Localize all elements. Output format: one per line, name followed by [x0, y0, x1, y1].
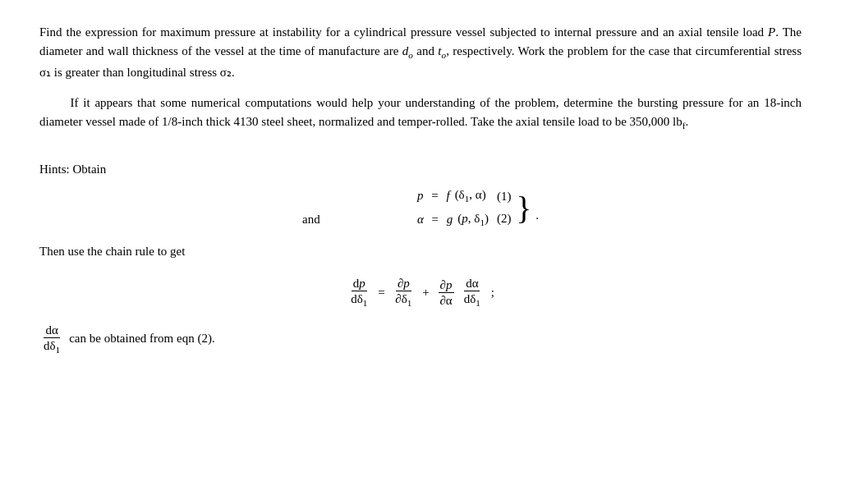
- hints-label: Hints: Obtain: [39, 160, 802, 179]
- equations-list: p = f(δ1, α) α = g(p, δ1): [417, 186, 489, 231]
- para1-to: to: [438, 44, 446, 57]
- hints-section: Hints: Obtain and p = f(δ1, α) α = g(p, …: [39, 160, 802, 355]
- paragraph-1: Find the expression for maximum pressure…: [39, 23, 802, 82]
- eq2-row: α = g(p, δ1): [417, 209, 489, 230]
- closing-brace: }: [517, 195, 532, 222]
- eq2-number: (2): [497, 209, 512, 228]
- and-label: and: [302, 210, 401, 229]
- para1-cont2: and: [413, 44, 438, 57]
- frac-dalpha-ddelta1: dα dδ1: [462, 276, 482, 309]
- bottom-note-text: can be obtained from eqn (2).: [69, 329, 214, 348]
- then-label: Then use the chain rule to get: [39, 242, 802, 261]
- frac-dalpha-ddelta1-bottom: dα dδ1: [42, 323, 62, 356]
- eq1-row: p = f(δ1, α): [417, 186, 489, 206]
- eq1-number: (1): [497, 187, 512, 206]
- para2-end: .: [685, 115, 688, 128]
- bottom-note: dα dδ1 can be obtained from eqn (2).: [39, 323, 802, 356]
- brace-dot: .: [535, 206, 539, 228]
- chain-rule-expr: dp dδ1 = ∂p ∂δ1 + ∂p ∂α dα dδ1 ;: [347, 276, 494, 309]
- frac-dp-ddelta1: dp dδ1: [349, 276, 369, 309]
- para1-text: Find the expression for maximum pressure…: [39, 25, 768, 39]
- para1-do: do: [402, 44, 413, 57]
- frac-partial-p-dalpha: ∂p ∂α: [438, 277, 453, 308]
- chain-rule-block: dp dδ1 = ∂p ∂δ1 + ∂p ∂α dα dδ1 ;: [39, 276, 802, 309]
- para1-P: P: [768, 25, 775, 39]
- eq-numbers: (1) (2): [497, 187, 512, 229]
- paragraph-2: If it appears that some numerical comput…: [39, 94, 802, 134]
- frac-partial-p-ddelta1: ∂p ∂δ1: [393, 276, 413, 309]
